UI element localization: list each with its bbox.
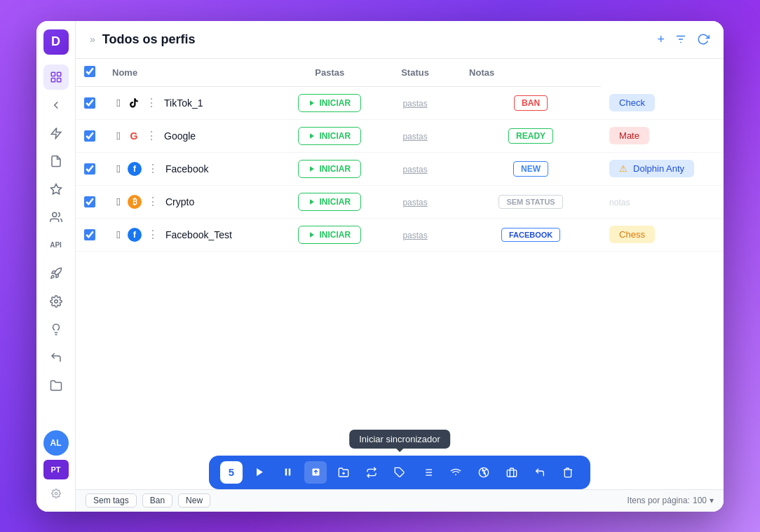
status-badge[interactable]: FACEBOOK [501,228,560,242]
pastas-link[interactable]: pastas [402,99,427,109]
row-checkbox[interactable] [84,163,95,175]
apple-icon:  [112,196,125,208]
toolbar-cookie-button[interactable] [473,461,495,484]
toolbar-transfer-button[interactable] [360,461,383,484]
iniciar-button[interactable]: INICIAR [298,160,361,178]
toolbar-pause-button[interactable] [276,461,299,484]
row-checkbox[interactable] [84,229,95,240]
toolbar-folder-button[interactable] [332,461,355,484]
row-menu-dots[interactable]: ⋮ [144,226,161,243]
facebook-icon: f [128,162,142,176]
nota-badge[interactable]: Chess [609,226,655,243]
sidebar-item-back[interactable] [43,93,69,118]
sidebar-item-activity[interactable] [43,121,69,146]
toolbar-play-button[interactable] [248,461,271,484]
user-avatar[interactable]: AL [43,430,69,456]
row-menu-dots[interactable]: ⋮ [143,128,160,144]
toolbar-undo-button[interactable] [529,461,551,484]
page-title: Todos os perfis [102,32,651,47]
sidebar-item-launch[interactable] [43,261,69,286]
toolbar-tag-button[interactable] [388,461,411,484]
sidebar-item-notes[interactable] [43,149,69,174]
iniciar-button[interactable]: INICIAR [298,193,361,211]
toolbar-proxy-button[interactable] [501,461,523,484]
row-checkbox[interactable] [84,196,95,207]
pastas-link[interactable]: pastas [402,198,427,207]
row-iniciar-cell: INICIAR [290,119,369,152]
bottom-toolbar: 5 [209,456,590,489]
pastas-link[interactable]: pastas [402,231,427,240]
row-status-cell: SEM STATUS [461,185,601,218]
sidebar-item-folder[interactable] [43,373,69,398]
iniciar-button[interactable]: INICIAR [298,226,361,244]
col-header-nome: Nome [104,59,290,87]
apple-icon:  [112,163,125,175]
sidebar-item-users[interactable] [43,205,69,230]
iniciar-button[interactable]: INICIAR [298,127,361,145]
pastas-link[interactable]: pastas [402,132,427,142]
toolbar-list-button[interactable] [416,461,439,484]
sidebar-item-import[interactable] [43,345,69,370]
row-nota-cell: ⚠Dolphin Anty [601,152,724,185]
nota-badge[interactable]: ⚠Dolphin Anty [609,160,694,177]
page-footer: Sem tags Ban New Itens por página: 100 ▾ [76,489,724,512]
row-menu-dots[interactable]: ⋮ [144,193,161,210]
row-nota-cell: Mate [601,119,724,152]
row-menu-dots[interactable]: ⋮ [144,161,161,177]
table-row: G ⋮ Google INICIAR pastas READY Mate [76,119,724,152]
nota-empty[interactable]: notas [609,198,630,207]
sidebar-item-bulb[interactable] [43,317,69,342]
row-name-cell: ₿ ⋮ Crypto [104,185,290,218]
status-badge[interactable]: BAN [514,95,548,111]
col-header-status: Status [369,59,461,87]
status-badge[interactable]: NEW [513,161,548,177]
toolbar-wifi-button[interactable] [445,461,467,484]
row-status-cell: BAN [461,86,601,119]
table-row:  ⋮ TikTok_1 INICIAR pastas BAN [76,86,724,119]
status-badge[interactable]: READY [508,128,553,144]
sidebar-item-api[interactable]: API [43,233,69,258]
nota-badge[interactable]: Mate [609,127,649,144]
sidebar-item-profiles[interactable] [43,64,69,90]
tiktok-icon [128,97,140,109]
svg-marker-12 [310,100,314,106]
items-per-page-value[interactable]: 100 [693,496,707,505]
refresh-button[interactable] [697,33,710,46]
items-per-page-label: Itens por página: [627,496,690,505]
status-badge[interactable]: SEM STATUS [498,195,562,209]
row-menu-dots[interactable]: ⋮ [143,95,160,111]
tag-new[interactable]: New [178,493,210,507]
row-checkbox[interactable] [84,97,95,109]
toolbar-delete-button[interactable] [557,461,579,484]
sidebar-item-extensions[interactable] [43,177,69,202]
row-checkbox-cell [76,119,104,152]
iniciar-button[interactable]: INICIAR [298,94,361,112]
facebook-icon: f [128,228,142,242]
row-iniciar-cell: INICIAR [290,86,369,119]
svg-marker-14 [310,166,314,172]
profile-name: Google [164,130,196,142]
svg-marker-13 [310,133,314,139]
main-content: » Todos os perfis + [76,21,724,512]
language-selector[interactable]: PT [43,460,69,479]
tag-ban[interactable]: Ban [142,493,172,507]
row-checkbox[interactable] [84,130,95,142]
row-pastas-cell: pastas [369,218,461,251]
add-profile-button[interactable]: + [657,32,665,47]
sidebar-item-settings[interactable] [43,289,69,314]
table-row: f ⋮ Facebook INICIAR pastas NEW ⚠Dolphi… [76,152,724,185]
pastas-link[interactable]: pastas [402,165,427,175]
toolbar-sync-button[interactable] [304,461,327,484]
select-all-checkbox[interactable] [84,66,95,77]
nota-badge[interactable]: Check [609,94,655,111]
svg-rect-35 [507,470,516,476]
tag-sem-tags[interactable]: Sem tags [86,493,137,507]
sidebar-settings-icon[interactable] [43,484,69,503]
profile-name: Facebook_Test [165,229,232,240]
row-pastas-cell: pastas [369,152,461,185]
profile-name: Facebook [165,163,208,175]
row-pastas-cell: pastas [369,185,461,218]
svg-rect-2 [51,78,55,81]
row-status-cell: NEW [461,152,601,185]
filter-button[interactable] [674,33,687,46]
